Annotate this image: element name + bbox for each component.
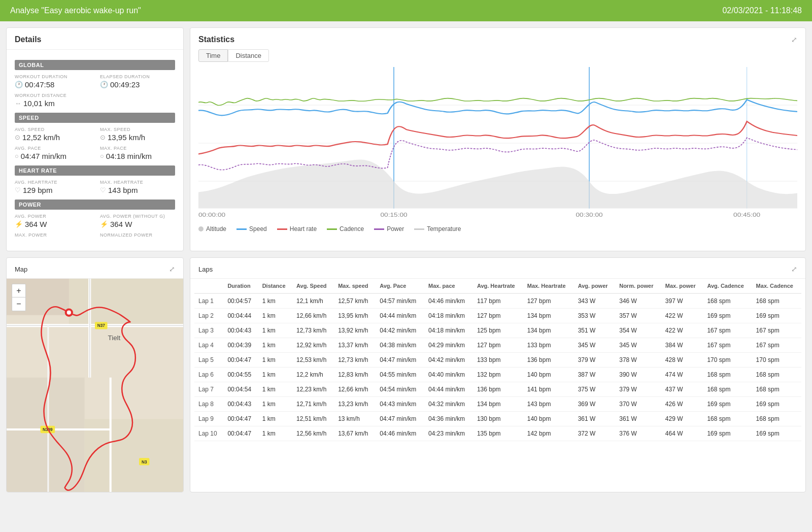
- avg-pace-value: 04:47 min/km: [21, 152, 66, 160]
- lap-cell: 1 km: [258, 323, 292, 338]
- max-hr-value: 143 bpm: [108, 186, 138, 194]
- workout-duration-row: WORKOUT DURATION 🕐 00:47:58 ELAPSED DURA…: [15, 74, 175, 89]
- lap-cell: 04:18 min/km: [424, 323, 473, 338]
- lap-cell: 136 bpm: [523, 353, 574, 368]
- laps-expand-button[interactable]: ⤢: [791, 265, 797, 273]
- statistics-chart: 00:00:00 00:15:00 00:30:00 00:45:00: [190, 67, 805, 219]
- lap-cell: 351 W: [574, 323, 616, 338]
- max-power-row: MAX. POWER NORMALIZED POWER: [15, 232, 175, 239]
- lap-cell: 464 W: [661, 426, 703, 441]
- power-icon: ⚡: [15, 220, 23, 228]
- tab-distance[interactable]: Distance: [228, 49, 269, 62]
- power-row: AVG. POWER ⚡ 364 W AVG. POWER (WITHOUT G…: [15, 214, 175, 228]
- lap-cell: 12,56 km/h: [292, 426, 334, 441]
- lap-cell: 167 spm: [752, 323, 801, 338]
- zoom-in-button[interactable]: +: [12, 284, 25, 297]
- lap-cell: 00:04:47: [223, 412, 258, 426]
- zoom-out-button[interactable]: −: [12, 297, 25, 311]
- lap-cell: 04:29 min/km: [424, 338, 473, 353]
- lap-cell: 384 W: [661, 338, 703, 353]
- legend-heartrate: Heart rate: [277, 225, 317, 232]
- lap-cell: 346 W: [615, 293, 661, 309]
- legend-temperature: Temperature: [414, 225, 461, 232]
- col-avg-speed: Avg. Speed: [292, 279, 334, 293]
- map-container[interactable]: N37 N399 N3 Tielt: [7, 279, 183, 492]
- col-avg-power: Avg. power: [574, 279, 616, 293]
- app-header: Analyse "Easy aerobic wake-up run" 02/03…: [0, 0, 812, 21]
- max-pace-value: 04:18 min/km: [106, 152, 152, 160]
- table-row: Lap 300:04:431 km12,73 km/h13,92 km/h04:…: [194, 323, 801, 338]
- laps-title: Laps: [198, 265, 213, 273]
- lap-cell: 04:32 min/km: [424, 397, 473, 412]
- lap-cell: 127 bpm: [473, 309, 523, 323]
- lap-name: Lap 2: [194, 309, 223, 323]
- lap-cell: 1 km: [258, 368, 292, 382]
- lap-cell: 169 spm: [703, 426, 752, 441]
- lap-cell: 12,23 km/h: [292, 382, 334, 397]
- statistics-header: Statistics ⤢: [190, 28, 805, 49]
- col-distance: Distance: [258, 279, 292, 293]
- speed-icon: ⊙: [15, 134, 20, 141]
- col-max-hr: Max. Heartrate: [523, 279, 574, 293]
- lap-cell: 04:57 min/km: [376, 293, 424, 309]
- lap-cell: 168 spm: [703, 368, 752, 382]
- lap-cell: 04:38 min/km: [376, 338, 424, 353]
- statistics-expand-button[interactable]: ⤢: [791, 36, 797, 44]
- heart-icon: ♡: [15, 186, 21, 194]
- lap-cell: 168 spm: [752, 293, 801, 309]
- lap-cell: 168 spm: [703, 382, 752, 397]
- lap-cell: 117 bpm: [473, 293, 523, 309]
- lap-cell: 13,95 km/h: [334, 309, 376, 323]
- header-datetime: 02/03/2021 - 11:18:48: [722, 6, 802, 15]
- lap-cell: 12,71 km/h: [292, 397, 334, 412]
- elapsed-duration-label: ELAPSED DURATION: [100, 74, 175, 79]
- map-panel: Map ⤢: [6, 257, 184, 492]
- max-hr-label: MAX. HEARTRATE: [100, 180, 175, 185]
- lap-cell: 12,73 km/h: [334, 353, 376, 368]
- lap-cell: 12,66 km/h: [292, 309, 334, 323]
- map-zoom-controls: + −: [12, 284, 26, 311]
- lap-cell: 372 W: [574, 426, 616, 441]
- lap-cell: 127 bpm: [523, 293, 574, 309]
- svg-text:Tielt: Tielt: [108, 334, 121, 342]
- lap-cell: 12,66 km/h: [334, 382, 376, 397]
- svg-text:00:45:00: 00:45:00: [733, 211, 760, 218]
- lap-cell: 04:46 min/km: [376, 426, 424, 441]
- lap-name: Lap 3: [194, 323, 223, 338]
- lap-cell: 390 W: [615, 368, 661, 382]
- svg-text:00:15:00: 00:15:00: [380, 211, 407, 218]
- lap-cell: 127 bpm: [473, 338, 523, 353]
- table-row: Lap 200:04:441 km12,66 km/h13,95 km/h04:…: [194, 309, 801, 323]
- lap-cell: 1 km: [258, 426, 292, 441]
- lap-cell: 426 W: [661, 397, 703, 412]
- power-section-header: POWER: [15, 200, 175, 210]
- lap-cell: 422 W: [661, 309, 703, 323]
- lap-cell: 1 km: [258, 382, 292, 397]
- tab-time[interactable]: Time: [198, 49, 228, 62]
- pace-row: AVG. PACE ○ 04:47 min/km MAX. PACE ○ 04:…: [15, 146, 175, 160]
- laps-header: Laps ⤢: [190, 258, 805, 279]
- speed-line: [236, 228, 247, 230]
- lap-cell: 1 km: [258, 293, 292, 309]
- lap-cell: 00:04:44: [223, 309, 258, 323]
- map-expand-button[interactable]: ⤢: [169, 265, 175, 273]
- elapsed-duration-value: 00:49:23: [110, 80, 140, 89]
- lap-cell: 12,1 km/h: [292, 293, 334, 309]
- temperature-line: [414, 228, 424, 230]
- lap-cell: 474 W: [661, 368, 703, 382]
- lap-cell: 12,73 km/h: [292, 323, 334, 338]
- table-row: Lap 400:04:391 km12,92 km/h13,37 km/h04:…: [194, 338, 801, 353]
- col-name: [194, 279, 223, 293]
- lap-name: Lap 4: [194, 338, 223, 353]
- lap-cell: 136 bpm: [473, 382, 523, 397]
- svg-rect-13: [7, 378, 85, 492]
- lap-cell: 168 spm: [703, 293, 752, 309]
- normalized-power-label: NORMALIZED POWER: [100, 232, 175, 238]
- lap-cell: 429 W: [661, 412, 703, 426]
- lap-cell: 167 spm: [752, 338, 801, 353]
- lap-cell: 1 km: [258, 338, 292, 353]
- lap-cell: 00:04:47: [223, 353, 258, 368]
- table-row: Lap 700:04:541 km12,23 km/h12,66 km/h04:…: [194, 382, 801, 397]
- speed-row: AVG. SPEED ⊙ 12,52 km/h MAX. SPEED ⊙ 13,…: [15, 127, 175, 142]
- lap-cell: 13 km/h: [334, 412, 376, 426]
